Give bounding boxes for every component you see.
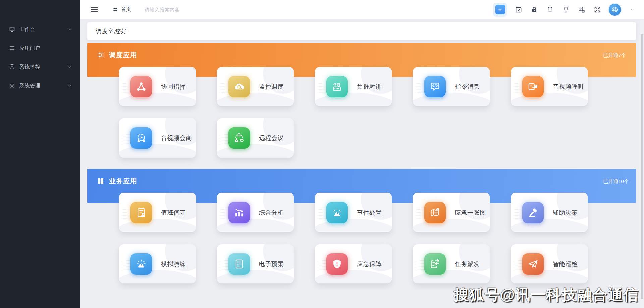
app-card-collaborative-command[interactable]: 协同指挥 xyxy=(119,67,196,106)
note-edit-icon xyxy=(515,6,523,14)
walkie-talkie-icon xyxy=(326,76,348,97)
patrol-plane-icon xyxy=(522,253,544,275)
sidebar: 工作台应用门户系统监控系统管理 xyxy=(0,0,80,308)
tab-home[interactable]: 首页 xyxy=(113,6,131,13)
sidebar-item-label: 工作台 xyxy=(19,26,67,33)
app-card-label: 模拟演练 xyxy=(161,260,186,268)
gavel-icon xyxy=(522,202,544,223)
section-title: 业务应用 xyxy=(109,177,137,186)
greeting-text: 调度室,您好 xyxy=(96,27,127,35)
app-grid-business-apps: 值班值守综合分析事件处置应急一张图辅助决策模拟演练电子预案应急保障任务派发智能巡… xyxy=(119,193,636,283)
app-card-remote-meeting[interactable]: 远程会议 xyxy=(217,118,294,158)
app-card-label: 事件处置 xyxy=(357,209,382,217)
topbar-actions: 中A xyxy=(493,3,637,17)
sidebar-item-label: 应用门户 xyxy=(19,45,72,51)
tshirt-icon xyxy=(546,6,554,14)
app-card-label: 智能巡检 xyxy=(553,260,578,268)
watermark: 搜狐号@讯一科技融合通信 xyxy=(454,285,639,305)
plan-document-icon xyxy=(228,253,250,275)
av-conference-icon xyxy=(130,127,152,149)
lock-button[interactable] xyxy=(530,5,539,14)
chevron-down-icon xyxy=(630,7,635,12)
app-card-label: 音视频会商 xyxy=(161,134,192,142)
sections: 调度应用已开通7个协同指挥监控调度集群对讲指令消息音视频呼叫音视频会商远程会议业… xyxy=(87,43,636,283)
app-card-av-consultation[interactable]: 音视频会商 xyxy=(119,118,196,158)
gear-icon xyxy=(9,82,15,89)
app-card-label: 值班值守 xyxy=(161,209,186,217)
app-card-label: 辅助决策 xyxy=(553,209,578,217)
app-card-label: 综合分析 xyxy=(259,209,284,217)
sidebar-item-system-admin[interactable]: 系统管理 xyxy=(0,78,80,93)
app-card-cluster-intercom[interactable]: 集群对讲 xyxy=(315,67,392,106)
greeting-card: 调度室,您好 xyxy=(87,22,636,40)
translate-button[interactable]: 中A xyxy=(577,5,586,14)
duty-roster-icon xyxy=(130,202,152,223)
app-card-command-message[interactable]: 指令消息 xyxy=(413,67,490,106)
sidebar-menu: 工作台应用门户系统监控系统管理 xyxy=(0,0,80,93)
topbar-left: 首页 xyxy=(90,5,205,14)
app-card-incident-handling[interactable]: 事件处置 xyxy=(315,193,392,232)
app-card-emergency-map[interactable]: 应急一张图 xyxy=(413,193,490,232)
topbar: 首页 中A xyxy=(80,0,644,19)
app-card-emergency-support[interactable]: 应急保障 xyxy=(315,244,392,283)
blue-chevron-icon xyxy=(495,5,505,14)
svg-text:A: A xyxy=(582,9,584,12)
app-card-label: 任务派发 xyxy=(455,260,480,268)
sliders-icon xyxy=(97,51,105,59)
app-card-label: 集群对讲 xyxy=(357,83,382,91)
share-nodes-icon xyxy=(130,76,152,97)
search-input[interactable] xyxy=(145,7,205,12)
content: 调度室,您好 调度应用已开通7个协同指挥监控调度集群对讲指令消息音视频呼叫音视频… xyxy=(80,19,640,308)
app-card-label: 协同指挥 xyxy=(161,83,186,91)
avatar[interactable] xyxy=(609,4,621,16)
scrollbar[interactable] xyxy=(640,19,644,308)
app-card-electronic-plan[interactable]: 电子预案 xyxy=(217,244,294,283)
fullscreen-button[interactable] xyxy=(593,5,602,14)
scrollbar-thumb[interactable] xyxy=(641,34,643,299)
app-grid-dispatch-apps: 协同指挥监控调度集群对讲指令消息音视频呼叫音视频会商远程会议 xyxy=(119,67,636,158)
app-card-simulation-drill[interactable]: 模拟演练 xyxy=(119,244,196,283)
note-edit-button[interactable] xyxy=(514,5,523,14)
translate-icon: 中A xyxy=(578,6,586,14)
chevron-down-icon xyxy=(67,83,72,88)
app-card-label: 监控调度 xyxy=(259,83,284,91)
video-call-icon xyxy=(522,76,544,97)
theme-button[interactable] xyxy=(546,5,554,14)
cloud-monitor-icon xyxy=(228,76,250,97)
notification-button[interactable] xyxy=(561,5,570,14)
app-card-label: 应急一张图 xyxy=(455,209,486,217)
app-card-label: 远程会议 xyxy=(259,134,284,142)
inbox-button[interactable] xyxy=(493,3,507,17)
shield-alert-icon xyxy=(326,253,348,275)
lock-icon xyxy=(530,6,538,14)
chevron-down-icon xyxy=(67,27,72,32)
app-card-monitor-dispatch[interactable]: 监控调度 xyxy=(217,67,294,106)
workbench-icon xyxy=(9,26,15,33)
app-card-decision-support[interactable]: 辅助决策 xyxy=(511,193,588,232)
tab-grid-icon xyxy=(113,7,118,12)
app-card-label: 应急保障 xyxy=(357,260,382,268)
section-dispatch-apps: 调度应用已开通7个协同指挥监控调度集群对讲指令消息音视频呼叫音视频会商远程会议 xyxy=(87,43,636,158)
chevron-down-icon xyxy=(67,64,72,70)
app-card-label: 音视频呼叫 xyxy=(553,83,584,91)
app-card-av-call[interactable]: 音视频呼叫 xyxy=(511,67,588,106)
sidebar-item-system-monitor[interactable]: 系统监控 xyxy=(0,59,80,75)
menu-toggle-icon[interactable] xyxy=(90,5,99,14)
portal-list-icon xyxy=(9,45,15,51)
incident-siren-icon xyxy=(326,202,348,223)
analysis-chart-icon xyxy=(228,202,250,223)
code-message-icon xyxy=(424,76,446,97)
main-area: 首页 中A 调度室,您好 调度应用已开通7个协同指挥监控调度集群对讲指令消息音视… xyxy=(80,0,644,308)
sidebar-item-workbench[interactable]: 工作台 xyxy=(0,21,80,37)
app-card-duty-watch[interactable]: 值班值守 xyxy=(119,193,196,232)
app-card-smart-patrol[interactable]: 智能巡检 xyxy=(511,244,588,283)
remote-meeting-icon xyxy=(228,127,250,149)
drill-siren-icon xyxy=(130,253,152,275)
section-title: 调度应用 xyxy=(109,51,137,60)
sidebar-item-label: 系统监控 xyxy=(19,64,67,70)
user-menu-button[interactable] xyxy=(628,5,637,14)
tab-home-label: 首页 xyxy=(121,6,131,13)
app-card-comprehensive-analysis[interactable]: 综合分析 xyxy=(217,193,294,232)
app-card-task-dispatch[interactable]: 任务派发 xyxy=(413,244,490,283)
sidebar-item-app-portal[interactable]: 应用门户 xyxy=(0,40,80,56)
